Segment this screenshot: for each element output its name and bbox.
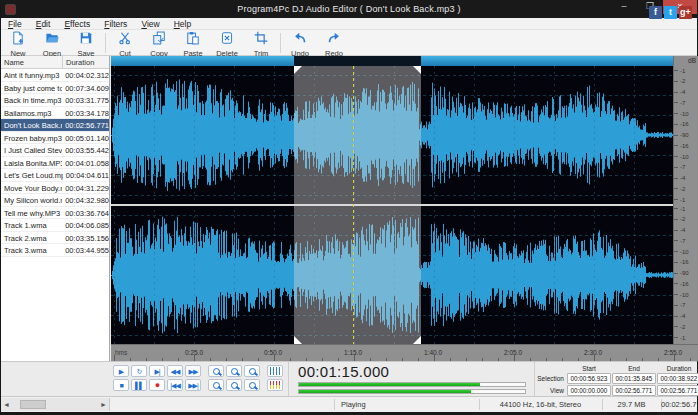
- facebook-icon[interactable]: f: [649, 6, 662, 19]
- db-scale-strip: dB -1-2-4-7-10-16-90-16-10-7-4-2-1 -1-2-…: [673, 56, 698, 344]
- position-value-field[interactable]: 00:01:35.845: [612, 373, 656, 384]
- trim-button[interactable]: Trim: [244, 30, 278, 55]
- playlist-row[interactable]: Tell me why.MP300:03:36.764: [1, 207, 109, 220]
- track-duration: 00:04:06.085: [62, 219, 109, 231]
- selection-end-top-handle[interactable]: [413, 66, 421, 74]
- track-name: I Just Called Stevie.mp3: [1, 144, 62, 156]
- go-to-end-button[interactable]: ▶▶|: [185, 379, 201, 391]
- playlist-row[interactable]: Laisla Bonita.MP300:04:01.058: [1, 157, 109, 170]
- playlist-row[interactable]: Track 2.wma00:03:35.156: [1, 232, 109, 245]
- googleplus-icon[interactable]: g+: [679, 6, 692, 19]
- selection-info-panel: StartEndDurationSelection00:00:56.92300:…: [534, 362, 698, 397]
- track-name: Tell me why.MP3: [1, 207, 62, 219]
- position-value-field[interactable]: 00:02:56.771: [657, 385, 698, 396]
- position-value-field[interactable]: 00:00:56.923: [567, 373, 611, 384]
- loop-button[interactable]: ↻: [131, 365, 147, 377]
- position-col-header: Start: [567, 364, 611, 373]
- playlist-row[interactable]: I Just Called Stevie.mp300:03:55.442: [1, 144, 109, 157]
- playlist-row[interactable]: Frozen baby.mp300:05:01.140: [1, 132, 109, 145]
- overview-selection-segment[interactable]: [294, 56, 421, 66]
- go-to-start-button[interactable]: |◀◀: [167, 379, 183, 391]
- zoom-in-button[interactable]: [208, 365, 224, 377]
- db-tick: -1: [674, 334, 698, 341]
- spectrum-icon: [270, 381, 281, 389]
- track-duration: 00:04:31.229: [62, 182, 109, 194]
- menu-item-help[interactable]: Help: [167, 19, 198, 29]
- column-header-name[interactable]: Name: [1, 56, 63, 68]
- redo-button[interactable]: Redo: [317, 30, 351, 55]
- track-name: Baby just come to me...: [1, 82, 62, 94]
- zoom-reset-button[interactable]: [226, 379, 242, 391]
- menu-item-filters[interactable]: Filters: [97, 19, 134, 29]
- position-value-field[interactable]: 00:00:38.922: [657, 373, 698, 384]
- playlist-row[interactable]: Don't Look Back.mp300:02:56.771: [1, 119, 109, 132]
- total-duration-label: 00:02:56.771: [661, 400, 698, 409]
- playlist-row[interactable]: Move Your Body.mp300:04:31.229: [1, 182, 109, 195]
- track-duration: 00:05:01.140: [62, 132, 109, 144]
- play-selection-button[interactable]: ▶|: [149, 365, 165, 377]
- time-ruler[interactable]: hms 0:25.00:50.01:15.01:40.02:05.02:30.0…: [111, 344, 698, 361]
- position-value-field[interactable]: 00:02:56.771: [612, 385, 656, 396]
- zoom-horizontal-button[interactable]: [244, 365, 260, 377]
- position-value-field[interactable]: 00:00:00.000: [567, 385, 611, 396]
- playlist-horizontal-scrollbar[interactable]: ◄ ►: [1, 398, 110, 411]
- menu-item-view[interactable]: View: [134, 19, 166, 29]
- menu-item-edit[interactable]: Edit: [29, 19, 58, 29]
- stop-button[interactable]: ■: [113, 379, 129, 391]
- play-button[interactable]: ▶: [113, 365, 129, 377]
- zoom-out-button[interactable]: [208, 379, 224, 391]
- playlist-row[interactable]: Aint it funny.mp300:04:02.312: [1, 69, 109, 82]
- scroll-left-icon[interactable]: ◄: [1, 401, 12, 408]
- toolbar: NewOpenSaveCutCopyPasteDeleteTrimUndoRed…: [1, 30, 697, 56]
- new-button[interactable]: New: [1, 30, 35, 55]
- rewind-button[interactable]: ◀◀: [167, 365, 183, 377]
- ruler-time-label: 1:15.0: [344, 349, 362, 356]
- ruler-time-label: 2:55.0: [664, 349, 682, 356]
- twitter-icon[interactable]: t: [664, 6, 677, 19]
- track-duration: 00:03:36.764: [62, 207, 109, 219]
- pause-button[interactable]: ▌▌: [131, 379, 147, 391]
- ruler-time-label: 0:50.0: [264, 349, 282, 356]
- waveform-icon: [270, 367, 281, 375]
- open-button[interactable]: Open: [35, 30, 69, 55]
- menu-item-file[interactable]: File: [1, 19, 29, 29]
- db-tick: -2: [674, 323, 698, 330]
- delete-button[interactable]: Delete: [210, 30, 244, 55]
- playlist-row[interactable]: Track 1.wma00:04:06.085: [1, 219, 109, 232]
- scroll-right-icon[interactable]: ►: [98, 401, 109, 408]
- undo-button[interactable]: Undo: [283, 30, 317, 55]
- waveform-area[interactable]: [111, 56, 673, 344]
- zoom-selection-button[interactable]: [226, 365, 242, 377]
- track-name: Move Your Body.mp3: [1, 182, 62, 194]
- record-button[interactable]: ●: [149, 379, 165, 391]
- db-tick: -2: [674, 216, 698, 223]
- playlist-row[interactable]: Track 3.wma00:03:44.955: [1, 244, 109, 257]
- scissors-icon: [118, 31, 132, 49]
- track-name: Laisla Bonita.MP3: [1, 157, 62, 169]
- playlist-header[interactable]: Name Duration: [1, 56, 109, 69]
- save-button[interactable]: Save: [69, 30, 103, 55]
- cut-button[interactable]: Cut: [108, 30, 142, 55]
- playlist-row[interactable]: Back in time.mp300:03:31.775: [1, 94, 109, 107]
- copy-button[interactable]: Copy: [142, 30, 176, 55]
- zoom-fit-button[interactable]: [244, 379, 260, 391]
- selection-end-bottom-handle[interactable]: [413, 336, 421, 344]
- playlist-row[interactable]: Let's Get Loud.mp300:04:04.611: [1, 169, 109, 182]
- selection-start-bottom-handle[interactable]: [294, 336, 302, 344]
- scrollbar-thumb[interactable]: [20, 400, 46, 409]
- db-tick: -10: [674, 110, 698, 117]
- selection-start-top-handle[interactable]: [294, 66, 302, 74]
- paste-button[interactable]: Paste: [176, 30, 210, 55]
- fast-forward-button[interactable]: ▶▶: [185, 365, 201, 377]
- waveform-overview-bar[interactable]: [111, 56, 673, 66]
- menu-item-effects[interactable]: Effects: [57, 19, 97, 29]
- waveform-view-button[interactable]: [267, 365, 283, 377]
- playlist-row[interactable]: My Silicon world.mp300:04:32.980: [1, 194, 109, 207]
- spectrum-view-button[interactable]: [267, 379, 283, 391]
- playlist-row[interactable]: Bailamos.mp300:03:34.178: [1, 107, 109, 120]
- column-header-duration[interactable]: Duration: [63, 56, 109, 68]
- stereo-waveform-canvas[interactable]: [111, 66, 673, 344]
- minimize-button[interactable]: –: [611, 0, 637, 14]
- playlist-row[interactable]: Baby just come to me...00:07:34.609: [1, 82, 109, 95]
- toolbar-separator: [280, 33, 281, 53]
